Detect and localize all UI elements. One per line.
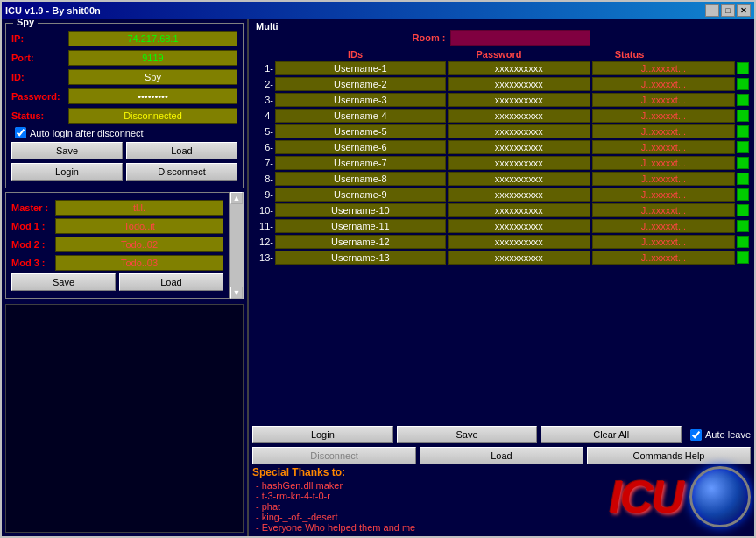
id-label: ID: [11, 72, 68, 82]
row-id-input[interactable] [275, 109, 446, 123]
multi-row: 2- [252, 77, 751, 91]
row-num: 10- [254, 205, 275, 216]
room-input[interactable] [450, 30, 590, 46]
row-num: 12- [254, 237, 275, 247]
maximize-button[interactable]: □ [721, 4, 735, 17]
row-id-input[interactable] [275, 77, 446, 91]
mod1-label: Mod 1 : [11, 221, 55, 231]
mods-load-button[interactable]: Load [119, 273, 223, 291]
thanks-item: - phat [256, 501, 502, 512]
row-num: 1- [254, 63, 275, 74]
login-disconnect-row: Login Disconnect [11, 163, 237, 181]
multi-login-button[interactable]: Login [252, 426, 393, 443]
multi-save-button[interactable]: Save [397, 426, 538, 443]
multi-row: 6- [252, 140, 751, 154]
multi-commands-help-button[interactable]: Commands Help [587, 447, 751, 464]
row-status-input[interactable] [592, 188, 735, 202]
row-status-input[interactable] [592, 77, 735, 91]
status-row: Status: Disconnected [11, 108, 237, 124]
auto-leave-checkbox[interactable] [690, 429, 702, 441]
row-pass-input[interactable] [448, 140, 590, 154]
row-pass-input[interactable] [448, 109, 590, 123]
row-num: 11- [254, 221, 275, 231]
row-id-input[interactable] [275, 235, 446, 249]
row-pass-input[interactable] [448, 93, 590, 107]
multi-clear-all-button[interactable]: Clear All [541, 426, 682, 443]
multi-row: 13- [252, 251, 751, 265]
row-pass-input[interactable] [448, 188, 590, 202]
spy-load-button[interactable]: Load [126, 142, 237, 159]
close-button[interactable]: ✕ [737, 4, 751, 17]
window-title: ICU v1.9 - By shit00n [5, 5, 101, 16]
row-id-input[interactable] [275, 188, 446, 202]
row-status-input[interactable] [592, 124, 735, 138]
row-id-input[interactable] [275, 156, 446, 170]
multi-disconnect-button[interactable]: Disconnect [252, 447, 416, 464]
scroll-up-btn[interactable]: ▲ [230, 192, 243, 204]
thanks-text-area: Special Thanks to: - hashGen.dll maker- … [252, 466, 502, 533]
row-id-input[interactable] [275, 203, 446, 217]
mods-section: Master : Mod 1 : Mod 2 : Mod 3 : [5, 192, 230, 299]
multi-btn-row1: Login Save Clear All Auto leave [252, 426, 751, 443]
row-status-input[interactable] [592, 172, 735, 186]
right-panel: Multi Room : IDs Password Status 1- [249, 19, 754, 536]
id-input[interactable] [68, 69, 237, 85]
row-pass-input[interactable] [448, 172, 590, 186]
multi-table-header: IDs Password Status [252, 49, 751, 60]
row-status-input[interactable] [592, 203, 735, 217]
row-status-input[interactable] [592, 93, 735, 107]
row-status-indicator [737, 110, 749, 122]
multi-row: 9- [252, 188, 751, 202]
row-id-input[interactable] [275, 140, 446, 154]
row-pass-input[interactable] [448, 235, 590, 249]
row-pass-input[interactable] [448, 251, 590, 265]
row-pass-input[interactable] [448, 77, 590, 91]
row-pass-input[interactable] [448, 219, 590, 233]
port-input[interactable] [68, 50, 237, 66]
mods-btn-row: Save Load [11, 273, 223, 291]
row-status-indicator [737, 125, 749, 138]
row-id-input[interactable] [275, 219, 446, 233]
row-status-indicator [737, 236, 749, 248]
title-bar-buttons: ─ □ ✕ [705, 4, 751, 17]
row-status-input[interactable] [592, 61, 735, 75]
mod3-input[interactable] [55, 255, 223, 271]
row-id-input[interactable] [275, 172, 446, 186]
row-id-input[interactable] [275, 251, 446, 265]
row-id-input[interactable] [275, 124, 446, 138]
spy-save-button[interactable]: Save [11, 142, 123, 159]
ip-input[interactable] [68, 31, 237, 46]
row-status-input[interactable] [592, 235, 735, 249]
auto-login-checkbox[interactable] [15, 127, 26, 138]
row-status-indicator [737, 141, 749, 153]
row-status-input[interactable] [592, 219, 735, 233]
row-status-indicator [737, 173, 749, 185]
panel-scrollbar[interactable]: ▲ ▼ [230, 192, 244, 299]
save-load-row: Save Load [11, 142, 237, 159]
spy-login-button[interactable]: Login [11, 163, 123, 181]
row-pass-input[interactable] [448, 124, 590, 138]
mods-save-button[interactable]: Save [11, 273, 116, 291]
minimize-button[interactable]: ─ [705, 4, 719, 17]
row-pass-input[interactable] [448, 61, 590, 75]
row-status-input[interactable] [592, 156, 735, 170]
thanks-title: Special Thanks to: [252, 466, 502, 478]
spy-disconnect-button[interactable]: Disconnect [126, 163, 237, 181]
mod3-row: Mod 3 : [11, 255, 223, 271]
row-num: 9- [254, 189, 275, 200]
row-status-input[interactable] [592, 251, 735, 265]
mod1-input[interactable] [55, 218, 223, 234]
row-pass-input[interactable] [448, 203, 590, 217]
spy-section-label: Spy [13, 19, 38, 27]
row-id-input[interactable] [275, 61, 446, 75]
password-input[interactable] [68, 88, 237, 104]
mod2-input[interactable] [55, 237, 223, 252]
multi-load-button[interactable]: Load [420, 447, 583, 464]
main-content: Spy IP: Port: ID: Password: [2, 19, 754, 536]
row-status-input[interactable] [592, 140, 735, 154]
row-pass-input[interactable] [448, 156, 590, 170]
row-status-input[interactable] [592, 109, 735, 123]
scroll-down-btn[interactable]: ▼ [230, 287, 243, 299]
master-input[interactable] [55, 200, 223, 216]
row-id-input[interactable] [275, 93, 446, 107]
